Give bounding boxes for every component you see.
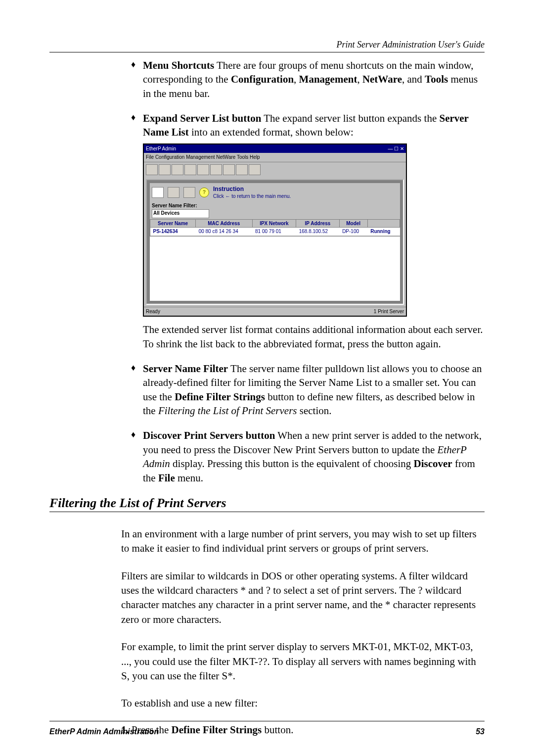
disc: Discover [414,458,452,470]
filter-label: Server Name Filter: [152,203,197,208]
col-status [367,219,400,228]
tool-icon [197,164,209,175]
tool-icon [210,164,222,175]
file: File [158,472,175,484]
tool-icon [146,164,158,175]
ss-titlebar: EtherP Admin — ☐ ✕ [144,144,406,153]
col-model: Model [339,219,367,228]
c: , [294,73,299,85]
cell: DP-100 [339,228,367,236]
table-row: PS-142634 00 80 c8 14 26 34 81 00 79 01 … [150,228,400,236]
screenshot-etherp-admin: EtherP Admin — ☐ ✕ File Configuration Ma… [143,143,485,317]
term: Discover Print Servers button [143,429,275,441]
c: , [357,73,362,85]
bullet-menu-shortcuts: Menu Shortcuts There are four groups of … [131,58,485,100]
tool-icon [223,164,235,175]
back-icon [152,187,164,198]
footer-left: EtherP Admin Administration [49,727,159,736]
txt: menu. [175,472,203,484]
cell: 81 00 79 01 [252,228,296,236]
c: into an extended format, shown below: [189,126,354,138]
body-block: In an environment with a large number of… [49,527,485,736]
ss-toolbar [144,162,406,177]
c: , and [402,73,425,85]
col-ipx: IPX Network [252,219,296,228]
ss-menubar: File Configuration Management NetWare To… [144,153,406,162]
term: Expand Server List button [143,112,261,124]
server-table: Server Name MAC Address IPX Network IP A… [150,219,400,236]
status-right: 1 Print Server [374,308,404,315]
term: Menu Shortcuts [143,59,214,71]
cell: Running [367,228,400,236]
bullet-expand-after: The extended server list format contains… [143,324,483,349]
table-body-empty [150,236,400,301]
it: Filtering the List of Print Servers [158,405,297,417]
cell: 00 80 c8 14 26 34 [196,228,252,236]
header-rule [49,52,485,52]
cell: 168.8.100.52 [296,228,339,236]
mgmt: Management [299,73,357,85]
ss-title-text: EtherP Admin [146,145,176,152]
tools: Tools [425,73,448,85]
filter-dropdown: All Devices [152,209,209,218]
body-p2: Filters are similar to wildcards in DOS … [121,569,485,627]
filter-row: Server Name Filter: All Devices [150,201,400,219]
instruction-sub: Click ← to return to the main menu. [213,193,291,200]
header-title: Print Server Administration User's Guide [49,40,485,50]
col-server-name: Server Name [150,219,196,228]
body-p4: To establish and use a new filter: [121,696,485,710]
instruction-title: Instruction [213,185,291,193]
nw: NetWare [362,73,402,85]
ss-panel: ? Instruction Click ← to return to the m… [146,179,404,305]
window-controls: — ☐ ✕ [388,145,404,152]
term: Server Name Filter [143,363,228,375]
txt: display. Pressing this button is the equ… [170,458,414,470]
status-left: Ready [146,308,160,315]
cell: PS-142634 [150,228,196,236]
tool-icon [184,164,196,175]
tool-icon [236,164,248,175]
txt: The expand server list button expands th… [261,112,439,124]
statusbar: Ready 1 Print Server [144,307,406,316]
bullet-block: Menu Shortcuts There are four groups of … [49,58,485,485]
bullet-discover-servers: Discover Print Servers button When a new… [131,428,485,484]
bullet-expand-server-list: Expand Server List button The expand ser… [131,111,485,351]
tool-icon [159,164,171,175]
dfs: Define Filter Strings [175,391,265,403]
cfg: Configuration [231,73,294,85]
footer: EtherP Admin Administration 53 [49,719,485,736]
bullet-server-name-filter: Server Name Filter The server name filte… [131,362,485,418]
tool-icon [168,187,179,198]
help-icon: ? [199,188,209,197]
col-ip: IP Address [296,219,339,228]
footer-rule [49,721,485,721]
tool-icon [183,187,195,198]
footer-page-number: 53 [476,727,485,736]
txt: section. [297,405,331,417]
body-p3: For example, to limit the print server d… [121,640,485,683]
col-mac: MAC Address [196,219,252,228]
body-p1: In an environment with a large number of… [121,527,485,556]
section-rule [49,512,485,512]
tool-icon [172,164,183,175]
section-title: Filtering the List of Print Servers [49,496,485,511]
tool-icon [249,164,261,175]
